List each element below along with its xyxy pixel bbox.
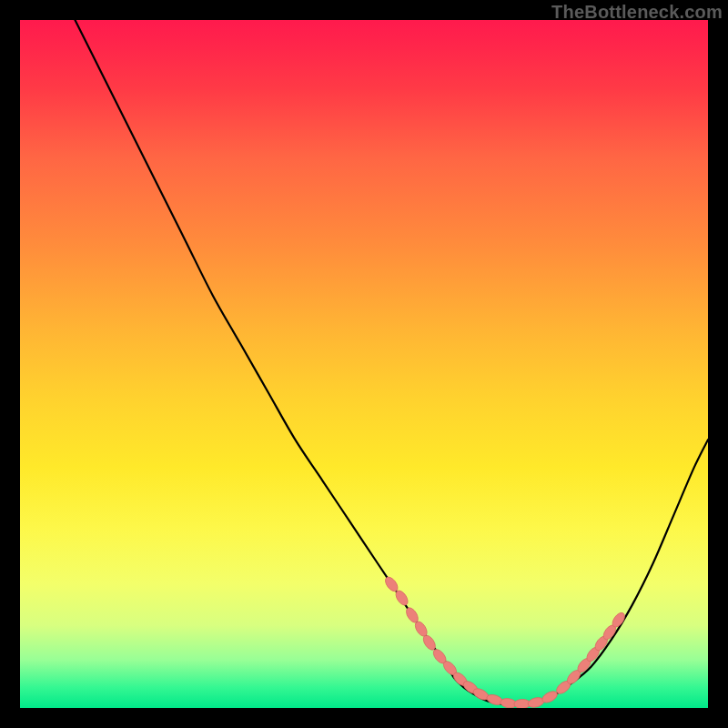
bottleneck-curve [75,20,708,705]
marker-group [383,575,627,708]
plot-area [20,20,708,708]
chart-svg [20,20,708,708]
chart-frame: TheBottleneck.com [0,0,728,728]
